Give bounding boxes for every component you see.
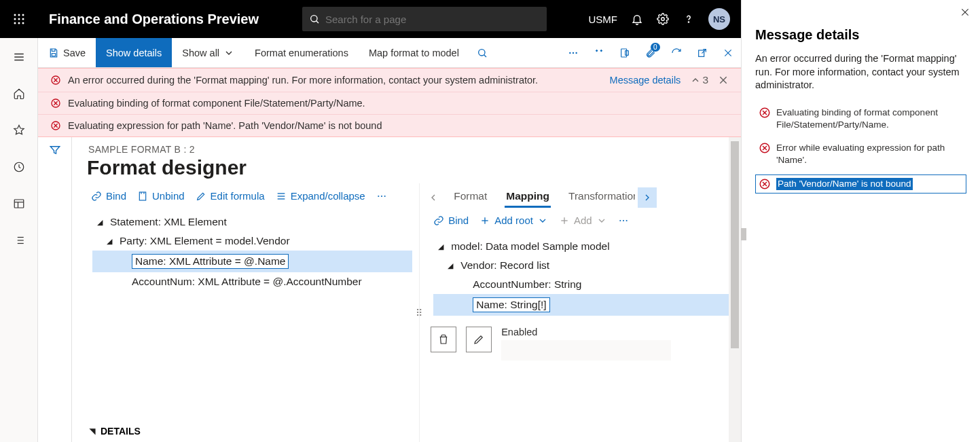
filter-icon[interactable] <box>49 144 61 442</box>
svg-point-12 <box>688 22 689 22</box>
svg-point-8 <box>22 22 24 24</box>
svg-rect-50 <box>139 192 145 200</box>
chevron-down-icon[interactable]: ◢ <box>105 237 114 246</box>
help-icon[interactable] <box>683 13 695 25</box>
tree-row[interactable]: AccountNum: XML Attribute = @.AccountNum… <box>92 272 412 291</box>
tab-next[interactable] <box>638 187 657 208</box>
expand-collapse-button[interactable]: Expand/collapse <box>272 187 369 204</box>
tree-row[interactable]: ◢model: Data model Sample model <box>433 237 734 256</box>
error-item-selected[interactable]: Path 'Vendor/Name' is not bound <box>755 174 966 194</box>
show-all-button[interactable]: Show all <box>172 38 244 67</box>
page-title: Format designer <box>72 156 741 179</box>
close-panel-icon[interactable] <box>960 7 970 18</box>
connect-icon[interactable] <box>586 38 612 67</box>
favorites-icon[interactable] <box>7 118 31 143</box>
tree-row[interactable]: ◢Statement: XML Element <box>92 213 412 232</box>
map-format-to-model-button[interactable]: Map format to model <box>359 38 469 67</box>
tab-prev[interactable] <box>424 187 443 208</box>
chevron-down-icon[interactable]: ◢ <box>436 242 446 251</box>
format-tree: ◢Statement: XML Element ◢Party: XML Elem… <box>72 208 419 295</box>
search-input[interactable] <box>325 14 540 25</box>
edit-formula-button[interactable]: Edit formula <box>192 187 269 204</box>
workspaces-icon[interactable] <box>7 191 31 216</box>
enabled-value[interactable] <box>501 340 671 361</box>
more-button[interactable] <box>614 213 633 229</box>
svg-point-64 <box>623 219 624 221</box>
svg-line-28 <box>484 54 486 56</box>
error-icon <box>759 178 771 190</box>
avatar[interactable]: NS <box>708 8 730 30</box>
hamburger-icon[interactable] <box>7 45 31 69</box>
refresh-icon[interactable] <box>664 38 689 67</box>
svg-point-31 <box>575 52 577 53</box>
overflow-actions[interactable] <box>560 38 586 67</box>
svg-point-30 <box>573 52 574 53</box>
more-button[interactable] <box>372 188 391 204</box>
tree-row[interactable]: ◢Party: XML Element = model.Vendor <box>92 232 412 251</box>
search-box[interactable] <box>302 7 547 31</box>
unbind-button[interactable]: Unbind <box>133 187 189 204</box>
recent-icon[interactable] <box>7 155 31 179</box>
close-form-icon[interactable] <box>715 38 741 67</box>
gear-icon[interactable] <box>657 13 669 25</box>
error-icon <box>50 98 61 109</box>
attachments-icon[interactable]: 0 <box>638 38 664 67</box>
svg-point-65 <box>625 219 627 221</box>
command-bar: Save Show details Show all Format enumer… <box>38 38 741 68</box>
svg-point-27 <box>479 49 485 55</box>
edit-button[interactable] <box>466 327 492 352</box>
error-item[interactable]: Error while evaluating expression for pa… <box>755 139 966 170</box>
error-icon <box>759 107 771 119</box>
svg-point-3 <box>14 18 16 20</box>
error-icon <box>50 120 61 131</box>
tab-mapping[interactable]: Mapping <box>498 187 558 208</box>
svg-point-56 <box>378 195 379 196</box>
tree-row[interactable]: AccountNumber: String <box>433 275 734 294</box>
tab-format[interactable]: Format <box>446 187 495 208</box>
enabled-label: Enabled <box>501 327 730 337</box>
company-picker[interactable]: USMF <box>589 14 618 25</box>
collapse-banners[interactable]: 3 <box>690 74 708 86</box>
attachments-count: 0 <box>651 43 660 52</box>
svg-rect-34 <box>621 49 627 57</box>
bind-button[interactable]: Bind <box>429 212 473 229</box>
banner-text: An error occurred during the 'Format map… <box>68 75 538 86</box>
dismiss-banners[interactable] <box>718 75 729 86</box>
details-section[interactable]: ◢DETAILS <box>72 420 419 442</box>
app-title: Finance and Operations Preview <box>43 12 264 27</box>
app-launcher[interactable] <box>0 0 38 38</box>
svg-point-6 <box>14 22 16 24</box>
tree-row[interactable]: ◢Vendor: Record list <box>433 256 734 275</box>
chevron-right-icon: ◢ <box>88 426 96 436</box>
chevron-down-icon[interactable]: ◢ <box>446 261 455 270</box>
svg-point-1 <box>18 14 20 16</box>
popout-icon[interactable] <box>689 38 715 67</box>
chevron-down-icon[interactable]: ◢ <box>95 218 105 227</box>
save-button[interactable]: Save <box>38 38 96 67</box>
add-root-button[interactable]: Add root <box>475 212 552 229</box>
tree-row-selected[interactable]: Name: XML Attribute = @.Name <box>92 251 412 272</box>
add-button[interactable]: Add <box>555 212 611 229</box>
bind-button[interactable]: Bind <box>87 187 130 204</box>
message-details-panel: Message details An error occurred during… <box>741 0 980 442</box>
office-addin-icon[interactable] <box>612 38 638 67</box>
search-action[interactable] <box>469 38 495 67</box>
home-icon[interactable] <box>7 81 31 106</box>
error-item[interactable]: Evaluating binding of format component F… <box>755 103 966 134</box>
bell-icon[interactable] <box>631 13 643 25</box>
tab-transformations[interactable]: Transformations <box>560 187 635 208</box>
message-details-link[interactable]: Message details <box>610 75 681 86</box>
svg-point-4 <box>18 18 20 20</box>
delete-button[interactable] <box>431 327 456 352</box>
format-enumerations-button[interactable]: Format enumerations <box>244 38 359 67</box>
panel-intro: An error occurred during the 'Format map… <box>755 52 966 92</box>
scrollbar[interactable] <box>729 137 741 442</box>
show-details-button[interactable]: Show details <box>96 38 172 67</box>
modules-icon[interactable] <box>7 228 31 253</box>
svg-point-29 <box>569 52 570 53</box>
svg-point-9 <box>311 16 317 22</box>
svg-rect-33 <box>600 49 602 52</box>
svg-line-10 <box>316 21 319 23</box>
tree-row-selected[interactable]: Name: String[!] <box>433 294 734 316</box>
splitter-nub[interactable] <box>741 228 746 240</box>
